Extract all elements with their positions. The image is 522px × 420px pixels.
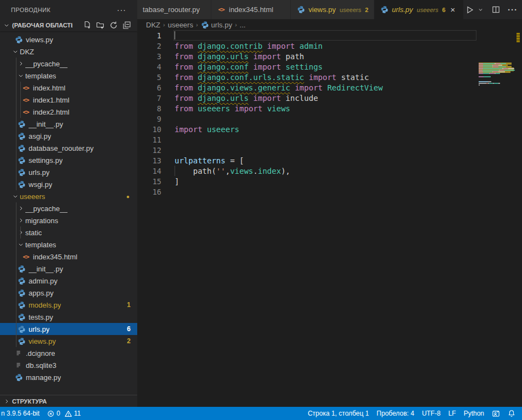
tree-item-label: asgi.py (29, 132, 51, 140)
tab-bar: tabase_roouter.py<>index345.htmlviews.py… (137, 0, 522, 19)
cursor-position-status[interactable]: Строка 1, столбец 1 (304, 407, 373, 420)
tree-item-label: migrations (25, 217, 58, 225)
tree-item--dcignore[interactable]: .dcignore (0, 347, 137, 359)
tab-index345-html[interactable]: <>index345.html (211, 0, 291, 19)
tree-indent-guide (20, 82, 21, 118)
language-mode-status[interactable]: Python (460, 407, 488, 420)
tree-item-database-roouter-py[interactable]: database_roouter.py (0, 142, 137, 154)
overview-ruler (515, 30, 522, 407)
code-text: from useeers import views (161, 104, 290, 113)
tree-item-label: index1.html (33, 96, 69, 104)
tree-item--pycache-[interactable]: __pycache__ (0, 202, 137, 214)
chevron-right-icon (16, 204, 25, 213)
warning-marker (517, 39, 520, 41)
tree-item-views-py[interactable]: views.py2 (0, 335, 137, 347)
chevron-down-icon (11, 47, 20, 56)
indentation-status[interactable]: Пробелов: 4 (373, 407, 418, 420)
tree-item-asgi-py[interactable]: asgi.py (0, 130, 137, 142)
more-actions-icon[interactable]: ··· (506, 3, 519, 16)
tab-views-py[interactable]: views.pyuseeers2 (291, 0, 374, 19)
code-text: import useeers (161, 125, 239, 134)
line-number: 3 (137, 52, 161, 61)
tree-item-label: __pycache__ (25, 205, 68, 213)
encoding-status[interactable]: UTF-8 (418, 407, 445, 420)
tree-item-db-sqlite3[interactable]: db.sqlite3 (0, 359, 137, 371)
code-text: from django.views.generic import Redirec… (161, 83, 383, 92)
breadcrumb-item[interactable]: ... (240, 21, 246, 29)
outline-section-header[interactable]: СТРУКТУРА (0, 395, 137, 407)
close-tab-icon[interactable]: × (451, 5, 456, 14)
problems-status[interactable]: 0 11 (43, 407, 85, 420)
warning-icon (65, 410, 72, 417)
code-line-16: 16 (137, 186, 522, 197)
workspace-section-header[interactable]: (РАБОЧАЯ ОБЛАСТЬ) ... (0, 19, 137, 31)
minimap[interactable] (479, 61, 515, 407)
tree-item--init-py[interactable]: __init__.py (0, 263, 137, 275)
tree-item-tests-py[interactable]: tests.py (0, 311, 137, 323)
py-file-icon (17, 168, 26, 177)
code-editor[interactable]: 12from django.contrib import admin3from … (137, 30, 522, 407)
tree-item-settings-py[interactable]: settings.py (0, 154, 137, 166)
tree-item-label: apps.py (29, 289, 54, 297)
tree-item-templates[interactable]: templates (0, 70, 137, 82)
code-text: from django.contrib import admin (161, 42, 323, 50)
problems-badge: 6 (127, 325, 131, 333)
html-file-icon: <> (21, 107, 30, 116)
tab-label: index345.html (229, 5, 273, 14)
tab-tabase-roouter-py[interactable]: tabase_roouter.py (137, 0, 211, 19)
breadcrumb-item[interactable]: DKZ (146, 21, 160, 29)
html-file-icon: <> (21, 83, 30, 92)
tree-indent-guide (20, 226, 21, 239)
tree-item-admin-py[interactable]: admin.py (0, 275, 137, 287)
explorer-header: ПРОВОДНИК ··· (0, 0, 137, 19)
modified-dot-badge: ● (126, 194, 130, 200)
tree-item-label: views.py (26, 36, 53, 44)
tree-item-dkz[interactable]: DKZ (0, 46, 137, 58)
explorer-more-actions-icon[interactable]: ··· (117, 5, 126, 14)
tree-item-views-py[interactable]: views.py (0, 33, 137, 46)
tree-item-useeers[interactable]: useeers● (0, 190, 137, 202)
breadcrumb-item[interactable]: useeers (168, 21, 193, 29)
new-folder-icon[interactable] (96, 20, 105, 30)
tree-item-label: index345.html (33, 253, 77, 261)
tree-item-wsgi-py[interactable]: wsgi.py (0, 178, 137, 190)
problems-badge: 2 (127, 337, 131, 345)
tree-item-label: views.py (29, 337, 56, 345)
py-file-icon (14, 35, 23, 44)
line-number: 14 (137, 167, 161, 175)
tree-item-urls-py[interactable]: urls.py6 (0, 323, 137, 335)
tab-urls-py[interactable]: urls.pyuseeers6× (374, 0, 464, 19)
run-python-file-button[interactable] (464, 3, 476, 16)
breadcrumb-item[interactable]: urls.py (211, 21, 232, 29)
tree-item-apps-py[interactable]: apps.py (0, 287, 137, 299)
python-interpreter-status[interactable]: n 3.9.5 64-bit (0, 407, 43, 420)
code-line-6: 6from django.views.generic import Redire… (137, 82, 522, 93)
tree-item-index345-html[interactable]: <>index345.html (0, 251, 137, 263)
tree-item-label: __pycache__ (25, 60, 68, 68)
code-text: from django.urls import path (161, 52, 304, 61)
tree-item--pycache-[interactable]: __pycache__ (0, 58, 137, 70)
notifications-bell-icon[interactable] (504, 407, 522, 420)
py-file-icon (201, 21, 209, 29)
chevron-right-icon (16, 59, 25, 68)
collapse-all-icon[interactable] (122, 20, 132, 30)
tree-item-models-py[interactable]: models.py1 (0, 299, 137, 311)
tab-directory: useeers (340, 7, 361, 13)
py-file-icon (17, 325, 26, 333)
split-editor-button[interactable] (490, 3, 502, 16)
tree-item-urls-py[interactable]: urls.py (0, 166, 137, 178)
new-file-icon[interactable] (82, 20, 92, 30)
tree-item-manage-py[interactable]: manage.py (0, 371, 137, 383)
line-number: 8 (137, 104, 161, 113)
feedback-icon[interactable] (488, 407, 504, 420)
breadcrumb-separator-icon: › (195, 21, 199, 28)
run-dropdown-icon[interactable] (478, 3, 485, 16)
refresh-icon[interactable] (109, 20, 119, 30)
eol-status[interactable]: LF (445, 407, 460, 420)
line-number: 16 (137, 188, 161, 196)
tree-item-migrations[interactable]: migrations (0, 214, 137, 226)
code-line-1: 1 (137, 30, 522, 41)
py-file-icon (17, 337, 26, 345)
tree-item--init-py[interactable]: __init__.py (0, 118, 137, 130)
tree-item-templates[interactable]: templates (0, 239, 137, 251)
